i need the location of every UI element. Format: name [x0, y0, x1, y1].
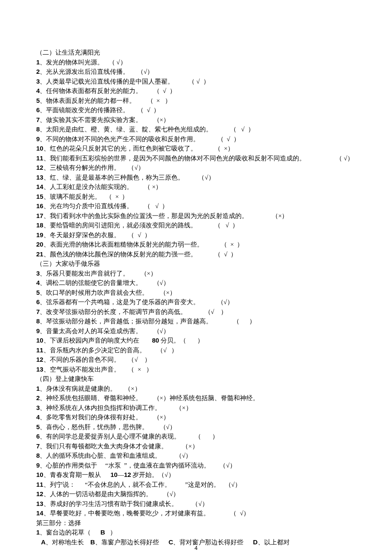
line-text: 、红色的花朵只反射其它的光，而红色则被它吸收了。 （ ×） [43, 145, 234, 152]
text-line: 6、有的同学总是爱捉弄别人是心理不健康的表现。 （ ） [36, 432, 355, 442]
line-text: 、心脏的作用类似于 “水泵 ”，使血液在血管内循环流动。 （√） [40, 462, 236, 469]
line-number: 10 [36, 337, 43, 344]
text-line: 10、下课后校园内声音的响度大约在 80 分贝。（ ） [36, 336, 355, 346]
text-line: （二）让生活充满阳光 [36, 48, 355, 58]
line-text: 、琴弦振动部分越长，声音越低；振动部分越短，声音越高。 （ ） [40, 318, 255, 325]
line-text: 、物体表面反射光的能力都一样。 （ × ） [40, 97, 171, 104]
text-line: 4、调松二胡的弦能使它的音量增大。 （√） [36, 278, 355, 288]
line-text: 、神经系统在人体内担负指挥和协调工作。 （×） [40, 404, 192, 411]
line-text: 、吹口琴的时候用力吹声音就会大些。 （×） [40, 289, 176, 296]
line-number: 10 [110, 471, 118, 478]
line-text: 、有的同学总是爱捉弄别人是心理不健康的表现。 （ ） [40, 433, 219, 440]
line-text: 、发光的物体叫光源。 （ √） [40, 59, 126, 66]
line-text: 、我们能看到五彩缤纷的世界，是因为不同颜色的物体对不同色光的吸收和反射不同造成的… [43, 155, 354, 162]
line-text: 、玻璃不能反射光。 （ × ） [43, 193, 129, 200]
text-line: 11、音乐瓶内水的多少决定它的音高。 （√ ） [36, 346, 355, 355]
line-text: 、音乐瓶内水的多少决定它的音高。 （√ ） [43, 347, 178, 354]
text-line: 3、人类最早记载光沿直线传播的是中国人墨翟。 （ √ ） [36, 77, 355, 87]
text-line: 16、光在均匀介质中沿直线传播。 （ √ ） [36, 201, 355, 211]
line-text: 分贝。（ ） [159, 337, 204, 344]
text-line: 1、窗台边的花草（ B ） [36, 528, 355, 538]
text-line: 9、心脏的作用类似于 “水泵 ”，使血液在血管内循环流动。 （√） [36, 461, 355, 471]
text-line: 21、颜色浅的物体比颜色深的物体反射光的能力强一些。 （ √ ） [36, 250, 355, 259]
line-text: 、调松二胡的弦能使它的音量增大。 （√） [40, 279, 169, 286]
line-text: （三）大家动手做乐器 [36, 260, 100, 267]
line-number: 19 [36, 231, 43, 238]
line-text: 第三部分：选择 [36, 520, 81, 526]
line-number: 14 [36, 183, 43, 190]
text-line: （四）登上健康快车 [36, 374, 355, 384]
line-text: 、光在均匀介质中沿直线传播。 （ √ ） [43, 203, 168, 209]
line-text: 、喜伤心，怒伤肝，忧伤肺，思伤脾。 （√） [40, 424, 176, 430]
line-text: 、青春发育期一般从 [43, 471, 111, 478]
line-text: 、太阳光是由红、橙、黄、绿、蓝、靛、紫七种色光组成的。 （ √ ） [40, 126, 254, 133]
line-text: 、红、绿、蓝是最基本的三种颜色，称为三原色。 （√） [43, 174, 215, 181]
line-text: 、我们只有每顿都吃大鱼大肉身体才会健康。 （×） [40, 443, 198, 450]
line-text: 、人体的一切活动都是由大脑指挥的。 （√） [43, 491, 179, 497]
line-text: 、窗台边的花草（ [40, 529, 101, 536]
line-number: B [101, 529, 105, 536]
line-text: 、平面镜能改变光的传播路径。 （ √ ） [40, 107, 160, 113]
text-line: 13、红、绿、蓝是最基本的三种颜色，称为三原色。 （√） [36, 173, 355, 183]
text-line: 14、人工彩虹是没办法能实现的。 （ ×） [36, 182, 355, 192]
text-line: 13、空气振动不能发出声音。 （ × ） [36, 365, 355, 375]
line-number: 15 [36, 193, 43, 200]
text-line: 8、太阳光是由红、橙、黄、绿、蓝、靛、紫七种色光组成的。 （ √ ） [36, 125, 355, 134]
line-text: 、空气振动不能发出声音。 （ × ） [43, 366, 153, 373]
line-text: 、音量太高会对人的耳朵造成伤害。 （√） [40, 328, 169, 334]
line-text: — [118, 471, 124, 478]
line-text: 、人类最早记载光沿直线传播的是中国人墨翟。 （ √ ） [40, 78, 209, 85]
text-line: 6、弦乐器都有一个共鸣箱，这是为了使乐器的声音变大。 （√） [36, 297, 355, 307]
text-line: 13、养成好的学习生活习惯有助于我们健康成长。 （√） [36, 499, 355, 509]
text-line: 6、平面镜能改变光的传播路径。 （ √ ） [36, 105, 355, 115]
line-text: （四）登上健康快车 [36, 375, 94, 382]
text-line: 1、发光的物体叫光源。 （ √） [36, 58, 355, 67]
line-number: 20 [36, 241, 43, 248]
line-number: 17 [36, 212, 43, 219]
text-line: 2、神经系统包括眼睛、脊髓和神经。 （×）神经系统包括脑、脊髓和神经。 [36, 393, 355, 403]
line-number: 80 [152, 337, 159, 344]
text-line: 12、不同的乐器的音色不同。 （√ ） [36, 355, 355, 365]
line-text: 、颜色浅的物体比颜色深的物体反射光的能力强一些。 （ √ ） [43, 251, 237, 258]
text-line: 3、乐器只要能发出声音就行了。 （×） [36, 269, 355, 279]
line-number: 18 [36, 221, 43, 229]
line-text: 、列宁说： “不会休息的人，就不会工作。 ”这是对的。 （√） [43, 481, 241, 488]
line-number: 10 [36, 145, 43, 152]
line-number: 13 [36, 366, 43, 373]
text-line: 1、身体没有病就是健康的。 （×） [36, 384, 355, 394]
line-text: 、人的循环系统由心脏、血管和血液组成。 （√） [40, 452, 192, 459]
line-text: 、冬天最好穿深色的衣服。 （ √ ） [43, 232, 151, 238]
line-text: 、下课后校园内声音的响度大约在 [43, 337, 152, 344]
text-line: 第三部分：选择 [36, 518, 355, 528]
text-line: 10、红色的花朵只反射其它的光，而红色则被它吸收了。 （ ×） [36, 144, 355, 154]
line-text: 、身体没有病就是健康的。 （×） [40, 385, 141, 392]
text-line: 9、不同的物体对不同的色光产生不同的吸收和反射作用。 （ √ ） [36, 134, 355, 144]
text-line: 4、任何物体表面都有反射光的能力。 （ √ ） [36, 86, 355, 96]
text-line: 14、早餐要吃好，中餐要吃饱，晚餐要吃少，才对健康有益。 （ √） [36, 509, 355, 518]
text-line: 11、我们能看到五彩缤纷的世界，是因为不同颜色的物体对不同色光的吸收和反射不同造… [36, 154, 355, 163]
text-line: 7、改变琴弦振动部分的长度，不能调节声音的高低。 （√ ） [36, 307, 355, 317]
line-text: 、不同的乐器的音色不同。 （√ ） [43, 356, 151, 363]
line-number: 12 [36, 356, 43, 363]
line-number: 16 [36, 202, 43, 209]
line-number: 21 [36, 250, 43, 258]
line-number: 10 [36, 471, 43, 478]
line-number: 11 [36, 346, 43, 354]
line-text: 、表面光滑的物体比表面粗糙物体反射光的能力弱一些。 （ × ） [43, 241, 244, 248]
text-line: 19、冬天最好穿深色的衣服。 （ √ ） [36, 230, 355, 240]
text-line: 15、玻璃不能反射光。 （ × ） [36, 192, 355, 202]
text-line: 20、表面光滑的物体比表面粗糙物体反射光的能力弱一些。 （ × ） [36, 240, 355, 250]
line-text: 、我们看到水中的鱼比实际鱼的位置浅一些，那是因为光的反射造成的。 （×） [43, 212, 288, 219]
text-line: 3、神经系统在人体内担负指挥和协调工作。 （×） [36, 403, 355, 413]
text-line: 11、列宁说： “不会休息的人，就不会工作。 ”这是对的。 （√） [36, 480, 355, 490]
line-text: 、三棱镜有分解光的作用。 （√） [43, 164, 144, 171]
line-text: 、任何物体表面都有反射光的能力。 （ √ ） [40, 87, 176, 94]
line-number: 12 [124, 471, 131, 478]
line-text: 、人工彩虹是没办法能实现的。 （ ×） [43, 183, 162, 190]
line-number: 14 [36, 509, 43, 517]
text-line: 8、人的循环系统由心脏、血管和血液组成。 （√） [36, 451, 355, 461]
text-line: 2、光从光源发出后沿直线传播。 （√） [36, 67, 355, 77]
text-line: 18、要给昏暗的房间引进阳光，就必须改变阳光的路线。 （ √ ） [36, 221, 355, 230]
text-line: 5、喜伤心，怒伤肝，忧伤肺，思伤脾。 （√） [36, 422, 355, 432]
line-number: 12 [36, 164, 43, 171]
